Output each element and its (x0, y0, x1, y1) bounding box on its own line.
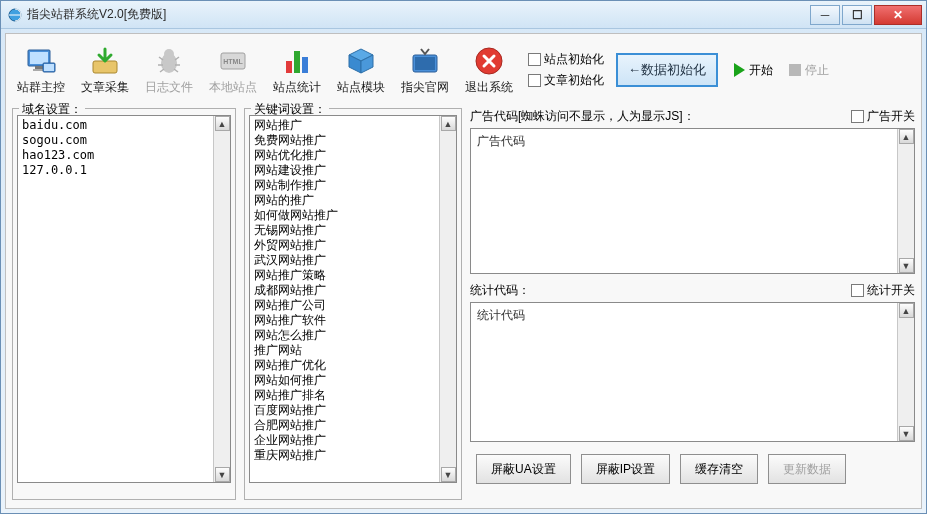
checkbox-icon (851, 110, 864, 123)
button-label: 屏蔽UA设置 (491, 461, 556, 478)
domain-list-content: baidu.com sogou.com hao123.com 127.0.0.1 (18, 116, 230, 180)
toolbar-label: 站点模块 (337, 79, 385, 96)
svg-rect-13 (294, 51, 300, 73)
stat-section: 统计代码： 统计开关 统计代码 ▲ ▼ (470, 282, 915, 442)
block-ip-button[interactable]: 屏蔽IP设置 (581, 454, 670, 484)
svg-rect-3 (35, 66, 43, 69)
toolbar-log-file[interactable]: 日志文件 (140, 45, 198, 96)
right-column: 广告代码[蜘蛛访问不显示，人为显示JS]： 广告开关 广告代码 ▲ ▼ (470, 108, 915, 500)
svg-text:HTML: HTML (223, 58, 243, 65)
titlebar: 指尖站群系统V2.0[免费版] ─ ☐ ✕ (1, 1, 926, 29)
ad-switch[interactable]: 广告开关 (851, 108, 915, 125)
data-init-button[interactable]: ←数据初始化 (616, 53, 718, 87)
tv-icon (409, 45, 441, 77)
keyword-list-content: 网站推广 免费网站推广 网站优化推广 网站建设推广 网站制作推广 网站的推广 如… (250, 116, 456, 465)
toolbar-exit[interactable]: 退出系统 (460, 45, 518, 96)
checkbox-icon (528, 74, 541, 87)
window-controls: ─ ☐ ✕ (808, 5, 922, 25)
stat-label: 统计代码： (470, 282, 530, 299)
domain-listbox[interactable]: baidu.com sogou.com hao123.com 127.0.0.1… (17, 115, 231, 483)
stat-textarea[interactable]: 统计代码 ▲ ▼ (470, 302, 915, 442)
switch-label: 广告开关 (867, 108, 915, 125)
toolbar-label: 站群主控 (17, 79, 65, 96)
toolbar-label: 指尖官网 (401, 79, 449, 96)
download-box-icon (89, 45, 121, 77)
monitor-icon (25, 45, 57, 77)
checkbox-icon (528, 53, 541, 66)
toolbar-label: 退出系统 (465, 79, 513, 96)
update-data-button[interactable]: 更新数据 (768, 454, 846, 484)
checkbox-icon (851, 284, 864, 297)
button-label: 屏蔽IP设置 (596, 461, 655, 478)
button-label: 缓存清空 (695, 461, 743, 478)
ad-placeholder: 广告代码 (471, 129, 914, 154)
content-area: 站群主控 文章采集 日志文件 HTML 本地站点 站点统计 站点模块 (5, 33, 922, 509)
scrollbar[interactable]: ▲ ▼ (439, 116, 456, 482)
scroll-up-icon[interactable]: ▲ (441, 116, 456, 131)
svg-rect-12 (286, 61, 292, 73)
clear-cache-button[interactable]: 缓存清空 (680, 454, 758, 484)
scroll-down-icon[interactable]: ▼ (899, 258, 914, 273)
scrollbar[interactable]: ▲ ▼ (897, 303, 914, 441)
bar-chart-icon (281, 45, 313, 77)
close-button[interactable]: ✕ (874, 5, 922, 25)
window-title: 指尖站群系统V2.0[免费版] (27, 6, 166, 23)
keyword-column: 关键词设置： 网站推广 免费网站推广 网站优化推广 网站建设推广 网站制作推广 … (244, 108, 462, 500)
toolbar-local-site[interactable]: HTML 本地站点 (204, 45, 262, 96)
start-button[interactable]: 开始 (734, 62, 773, 79)
svg-rect-6 (44, 64, 54, 71)
scroll-up-icon[interactable]: ▲ (899, 129, 914, 144)
svg-rect-14 (302, 57, 308, 73)
scrollbar[interactable]: ▲ ▼ (213, 116, 230, 482)
minimize-button[interactable]: ─ (810, 5, 840, 25)
ad-section: 广告代码[蜘蛛访问不显示，人为显示JS]： 广告开关 广告代码 ▲ ▼ (470, 108, 915, 274)
toolbar-label: 文章采集 (81, 79, 129, 96)
svg-rect-7 (93, 61, 117, 73)
scroll-down-icon[interactable]: ▼ (441, 467, 456, 482)
button-label: ←数据初始化 (628, 61, 706, 79)
close-circle-icon (473, 45, 505, 77)
box-package-icon (345, 45, 377, 77)
stop-icon (789, 64, 801, 76)
toolbar-label: 本地站点 (209, 79, 257, 96)
button-label: 开始 (749, 62, 773, 79)
bottom-buttons: 屏蔽UA设置 屏蔽IP设置 缓存清空 更新数据 (470, 454, 915, 484)
stat-placeholder: 统计代码 (471, 303, 914, 328)
init-checkboxes: 站点初始化 文章初始化 (528, 51, 604, 89)
article-init-checkbox[interactable]: 文章初始化 (528, 72, 604, 89)
scroll-down-icon[interactable]: ▼ (215, 467, 230, 482)
scroll-up-icon[interactable]: ▲ (899, 303, 914, 318)
button-label: 停止 (805, 62, 829, 79)
block-ua-button[interactable]: 屏蔽UA设置 (476, 454, 571, 484)
toolbar-site-module[interactable]: 站点模块 (332, 45, 390, 96)
ad-label: 广告代码[蜘蛛访问不显示，人为显示JS]： (470, 108, 695, 125)
scroll-up-icon[interactable]: ▲ (215, 116, 230, 131)
button-label: 更新数据 (783, 461, 831, 478)
site-init-checkbox[interactable]: 站点初始化 (528, 51, 604, 68)
toolbar-official-site[interactable]: 指尖官网 (396, 45, 454, 96)
svg-rect-16 (415, 57, 435, 70)
domain-groupbox: 域名设置： baidu.com sogou.com hao123.com 127… (12, 108, 236, 500)
keyword-listbox[interactable]: 网站推广 免费网站推广 网站优化推广 网站建设推广 网站制作推广 网站的推广 如… (249, 115, 457, 483)
toolbar-site-stats[interactable]: 站点统计 (268, 45, 326, 96)
toolbar-site-master[interactable]: 站群主控 (12, 45, 70, 96)
scrollbar[interactable]: ▲ ▼ (897, 129, 914, 273)
domain-column: 域名设置： baidu.com sogou.com hao123.com 127… (12, 108, 236, 500)
stop-button: 停止 (789, 62, 829, 79)
play-icon (734, 63, 745, 77)
maximize-button[interactable]: ☐ (842, 5, 872, 25)
bug-icon (153, 45, 185, 77)
checkbox-label: 站点初始化 (544, 51, 604, 68)
ad-textarea[interactable]: 广告代码 ▲ ▼ (470, 128, 915, 274)
switch-label: 统计开关 (867, 282, 915, 299)
toolbar: 站群主控 文章采集 日志文件 HTML 本地站点 站点统计 站点模块 (12, 38, 915, 102)
html-badge-icon: HTML (217, 45, 249, 77)
scroll-down-icon[interactable]: ▼ (899, 426, 914, 441)
toolbar-label: 站点统计 (273, 79, 321, 96)
toolbar-article-collect[interactable]: 文章采集 (76, 45, 134, 96)
stat-switch[interactable]: 统计开关 (851, 282, 915, 299)
main-row: 域名设置： baidu.com sogou.com hao123.com 127… (12, 108, 915, 500)
app-window: 指尖站群系统V2.0[免费版] ─ ☐ ✕ 站群主控 文章采集 日志文件 HTM… (0, 0, 927, 514)
svg-point-9 (164, 49, 174, 59)
checkbox-label: 文章初始化 (544, 72, 604, 89)
